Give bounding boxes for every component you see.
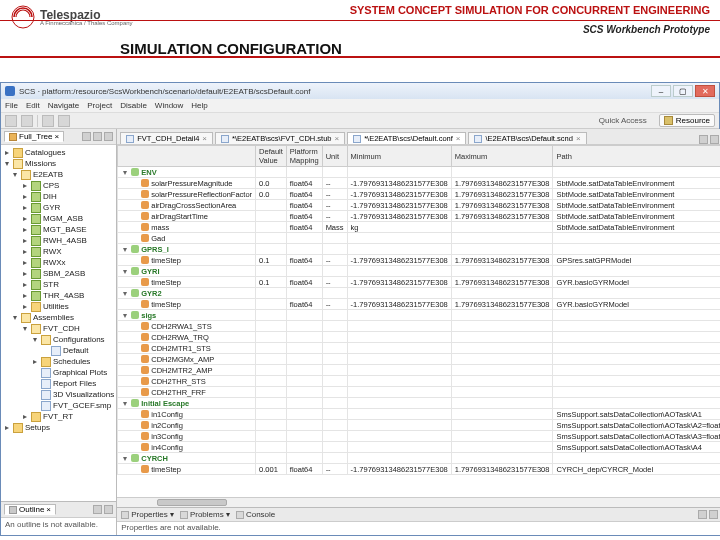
tree-item[interactable]: ▸ RWX [1,246,116,257]
cell-max[interactable] [451,365,553,376]
cell-max[interactable]: 1.79769313486231577E308 [451,211,553,222]
maximize-icon[interactable] [104,132,113,141]
twisty-icon[interactable]: ▾ [121,245,129,254]
editor-tab[interactable]: *\E2EATB\scs\Default.conf × [347,132,466,144]
cell-default[interactable]: 0.1 [256,255,287,266]
cell-default[interactable] [256,211,287,222]
cell-default[interactable] [256,222,287,233]
cell-max[interactable]: 1.79769313486231577E308 [451,299,553,310]
window-titlebar[interactable]: SCS · platform:/resource/ScsWorkbench/sc… [1,83,719,99]
tree-item[interactable]: ▸ CPS [1,180,116,191]
cell-mapping[interactable] [286,332,322,343]
config-grid[interactable]: Default ValuePlatform MappingUnitMinimum… [117,145,720,497]
cell-path[interactable]: CYRCH_dep/CYRCR_Model [553,464,720,475]
cell-unit[interactable]: Mass [322,222,347,233]
cell-default[interactable] [256,387,287,398]
cell-min[interactable] [347,233,451,244]
cell-mapping[interactable] [286,387,322,398]
table-row[interactable]: CDH2MTR2_AMP [118,365,720,376]
cell-mapping[interactable] [286,354,322,365]
scrollbar-thumb[interactable] [157,499,227,506]
cell-mapping[interactable]: float64 [286,178,322,189]
cell-max[interactable] [451,167,553,178]
tree-item[interactable]: ▾ Assemblies [1,312,116,323]
cell-default[interactable] [256,398,287,409]
cell-min[interactable] [347,431,451,442]
cell-unit[interactable]: -- [322,464,347,475]
cell-min[interactable] [347,167,451,178]
cell-max[interactable] [451,398,553,409]
cell-max[interactable] [451,233,553,244]
cell-mapping[interactable] [286,310,322,321]
cell-default[interactable] [256,244,287,255]
table-row[interactable]: CDH2RWA_TRQ [118,332,720,343]
cell-max[interactable]: 1.79769313486231577E308 [451,200,553,211]
cell-mapping[interactable]: float64 [286,299,322,310]
cell-mapping[interactable]: float64 [286,211,322,222]
minimize-icon[interactable] [710,135,719,144]
tree-item[interactable]: ▸ Catalogues [1,147,116,158]
cell-path[interactable]: SbtMode.satDataTableEnvironment [553,178,720,189]
cell-mapping[interactable] [286,167,322,178]
tree-item[interactable]: ▸ FVT_RT [1,411,116,422]
tree-item[interactable]: ▸ THR_4ASB [1,290,116,301]
twisty-icon[interactable]: ▸ [21,259,29,267]
cell-mapping[interactable] [286,431,322,442]
cell-default[interactable] [256,233,287,244]
cell-default[interactable] [256,420,287,431]
window-minimize-button[interactable]: – [651,85,671,97]
cell-default[interactable] [256,167,287,178]
cell-min[interactable]: -1.79769313486231577E308 [347,277,451,288]
tree-item[interactable]: ▾ FVT_CDH [1,323,116,334]
cell-path[interactable] [553,376,720,387]
horizontal-scrollbar[interactable] [117,497,720,507]
twisty-icon[interactable]: ▸ [21,292,29,300]
cell-unit[interactable] [322,321,347,332]
table-row[interactable]: timeStep float64 -- -1.79769313486231577… [118,299,720,310]
cell-mapping[interactable] [286,244,322,255]
cell-path[interactable]: SmsSupport.satsDataCollection\AOTask\A2=… [553,420,720,431]
cell-max[interactable] [451,332,553,343]
cell-mapping[interactable]: float64 [286,277,322,288]
cell-mapping[interactable] [286,453,322,464]
cell-min[interactable] [347,244,451,255]
tree-item[interactable]: ▸ Setups [1,422,116,433]
cell-min[interactable]: -1.79769313486231577E308 [347,211,451,222]
twisty-icon[interactable]: ▾ [3,160,11,168]
minimize-icon[interactable] [709,510,718,519]
cell-mapping[interactable] [286,233,322,244]
column-header[interactable]: Unit [322,146,347,167]
twisty-icon[interactable]: ▸ [21,204,29,212]
twisty-icon[interactable]: ▸ [3,424,11,432]
cell-unit[interactable]: -- [322,277,347,288]
twisty-icon[interactable]: ▾ [11,171,19,179]
cell-unit[interactable] [322,310,347,321]
menu-window[interactable]: Window [155,101,183,110]
minimize-icon[interactable] [93,505,102,514]
twisty-icon[interactable]: ▾ [31,336,39,344]
cell-max[interactable] [451,409,553,420]
tree-item[interactable]: Default [1,345,116,356]
cell-min[interactable]: -1.79769313486231577E308 [347,200,451,211]
cell-min[interactable]: -1.79769313486231577E308 [347,299,451,310]
cell-path[interactable]: SbtMode.satDataTableEnvironment [553,222,720,233]
cell-unit[interactable]: -- [322,299,347,310]
quick-access[interactable]: Quick Access [599,116,647,125]
cell-path[interactable] [553,354,720,365]
twisty-icon[interactable]: ▸ [21,193,29,201]
cell-unit[interactable]: -- [322,178,347,189]
table-row[interactable]: solarPressureMagnitude 0.0 float64 -- -1… [118,178,720,189]
table-row[interactable]: in3Config SmsSupport.satsDataCollection\… [118,431,720,442]
twisty-icon[interactable]: ▾ [121,399,129,408]
close-icon[interactable]: × [456,134,461,143]
cell-min[interactable] [347,398,451,409]
perspective-switcher[interactable]: Resource [659,114,715,127]
twisty-icon[interactable]: ▸ [21,281,29,289]
cell-max[interactable]: 1.79769313486231577E308 [451,189,553,200]
cell-default[interactable] [256,266,287,277]
cell-max[interactable] [451,387,553,398]
tree-item[interactable]: ▸ RWXx [1,257,116,268]
tree-item[interactable]: ▸ RWH_4ASB [1,235,116,246]
tree-item[interactable]: ▸ MGT_BASE [1,224,116,235]
table-row[interactable]: timeStep 0.1 float64 -- -1.7976931348623… [118,277,720,288]
